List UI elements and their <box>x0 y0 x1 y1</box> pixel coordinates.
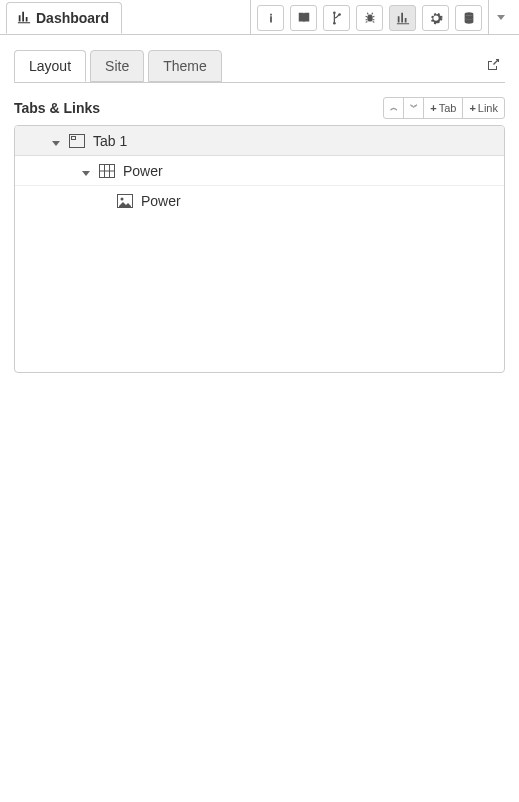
main-tab-label: Dashboard <box>36 10 109 26</box>
main-tab-dashboard[interactable]: Dashboard <box>6 2 122 34</box>
bug-button[interactable] <box>356 5 383 31</box>
tab-layout[interactable]: Layout <box>14 50 86 82</box>
sub-tab-strip: Layout Site Theme <box>14 49 505 83</box>
tab-theme[interactable]: Theme <box>148 50 222 82</box>
chart-button[interactable] <box>389 5 416 31</box>
branch-button[interactable] <box>323 5 350 31</box>
section-header: Tabs & Links ︽ ︾ + Tab + Link <box>14 97 505 119</box>
add-tab-label: Tab <box>439 102 457 114</box>
database-icon <box>462 11 476 25</box>
svg-point-1 <box>333 22 336 25</box>
svg-point-2 <box>338 13 341 16</box>
settings-button[interactable] <box>422 5 449 31</box>
content: Layout Site Theme Tabs & Links ︽ ︾ + Tab <box>0 35 519 387</box>
svg-point-0 <box>333 11 336 14</box>
tree-group-label: Power <box>123 163 163 179</box>
svg-rect-5 <box>72 136 76 139</box>
section-title: Tabs & Links <box>14 100 100 116</box>
main-tab-strip: Dashboard <box>0 0 122 34</box>
svg-point-3 <box>464 12 473 16</box>
tab-site[interactable]: Site <box>90 50 144 82</box>
tab-layout-label: Layout <box>29 58 71 74</box>
add-link-label: Link <box>478 102 498 114</box>
chevron-double-up-icon: ︽ <box>390 104 397 112</box>
toolbar <box>250 0 519 34</box>
toolbar-overflow-button[interactable] <box>489 0 513 34</box>
chevron-double-down-icon: ︾ <box>410 104 417 112</box>
tree-row-root[interactable]: Tab 1 <box>15 126 504 156</box>
collapse-all-button[interactable]: ︽ <box>383 97 404 119</box>
bar-chart-icon <box>17 10 31 27</box>
tab-theme-label: Theme <box>163 58 207 74</box>
expand-all-button[interactable]: ︾ <box>403 97 424 119</box>
add-tab-button[interactable]: + Tab <box>423 97 463 119</box>
plus-icon: + <box>469 102 475 114</box>
bug-icon <box>363 11 377 25</box>
book-button[interactable] <box>290 5 317 31</box>
tab-icon <box>69 134 85 148</box>
svg-point-11 <box>121 198 124 201</box>
book-icon <box>297 11 311 25</box>
external-link-icon[interactable] <box>485 57 501 73</box>
branch-icon <box>330 11 344 25</box>
toolbar-button-group <box>250 0 489 34</box>
add-link-button[interactable]: + Link <box>462 97 505 119</box>
tree: Tab 1 Power Power <box>14 125 505 373</box>
tree-row-group[interactable]: Power <box>15 156 504 186</box>
info-button[interactable] <box>257 5 284 31</box>
tab-site-label: Site <box>105 58 129 74</box>
tree-root-label: Tab 1 <box>93 133 127 149</box>
plus-icon: + <box>430 102 436 114</box>
top-bar: Dashboard <box>0 0 519 35</box>
chevron-down-icon[interactable] <box>81 163 91 179</box>
section-actions: ︽ ︾ + Tab + Link <box>383 97 505 119</box>
tree-item-label: Power <box>141 193 181 209</box>
info-icon <box>264 11 278 25</box>
gear-icon <box>429 11 443 25</box>
tree-row-item[interactable]: Power <box>15 186 504 216</box>
database-button[interactable] <box>455 5 482 31</box>
chevron-down-icon[interactable] <box>51 133 61 149</box>
grid-icon <box>99 164 115 178</box>
bar-chart-icon <box>396 11 410 25</box>
image-icon <box>117 194 133 208</box>
